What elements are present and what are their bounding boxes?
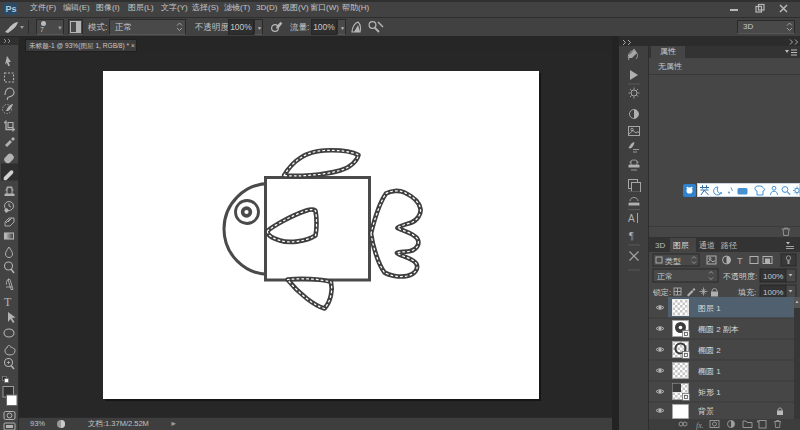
- svg-text:T: T: [737, 256, 743, 266]
- svg-text:¶: ¶: [629, 230, 634, 241]
- svg-text:100%: 100%: [763, 288, 783, 297]
- svg-text:类型: 类型: [665, 257, 681, 266]
- svg-text:正常: 正常: [657, 272, 673, 281]
- svg-text:fx.: fx.: [696, 421, 704, 430]
- svg-text:填充:: 填充:: [737, 288, 756, 297]
- svg-text:背景: 背景: [698, 407, 714, 416]
- svg-text:通道: 通道: [699, 240, 715, 250]
- svg-text:椭圆 2 副本: 椭圆 2 副本: [698, 325, 739, 334]
- svg-text:不透明度:: 不透明度:: [723, 272, 757, 281]
- svg-text:图层 1: 图层 1: [698, 304, 721, 313]
- svg-text:椭圆 2: 椭圆 2: [698, 346, 721, 355]
- svg-text:A: A: [628, 213, 635, 224]
- svg-text:图层: 图层: [673, 241, 689, 250]
- svg-text:100%: 100%: [763, 272, 783, 281]
- svg-text:3D: 3D: [655, 241, 665, 250]
- svg-text:矩形 1: 矩形 1: [698, 388, 721, 397]
- svg-text:T: T: [4, 295, 12, 309]
- svg-text:椭圆 1: 椭圆 1: [698, 367, 721, 376]
- svg-text:路径: 路径: [721, 241, 737, 250]
- svg-text:锁定:: 锁定:: [652, 288, 671, 297]
